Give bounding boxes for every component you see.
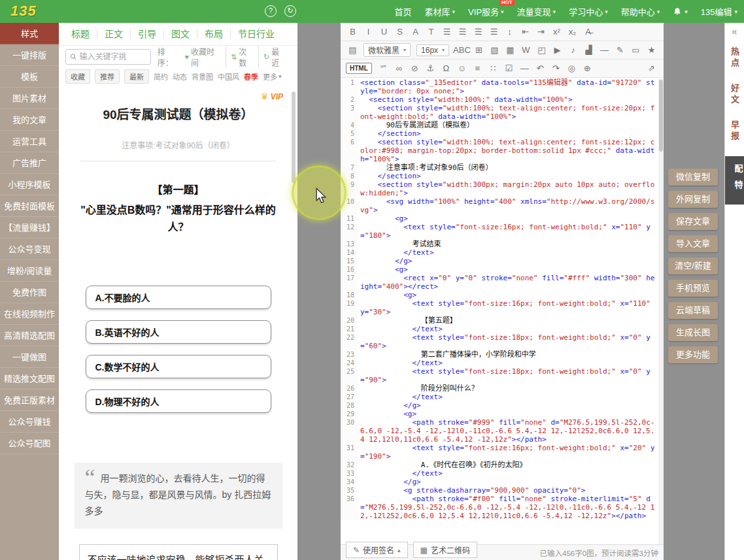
quiz-option[interactable]: B.英语不好的人 bbox=[86, 320, 271, 344]
clear-format-icon[interactable]: A̶ bbox=[581, 25, 595, 39]
link-icon[interactable]: ∞ bbox=[392, 62, 406, 75]
panel-scrollbar[interactable] bbox=[292, 91, 296, 183]
image-icon[interactable]: ▧ bbox=[488, 44, 501, 57]
sidebar-item[interactable]: 高清精选配图 bbox=[0, 325, 59, 346]
panel-tab[interactable]: 正文 bbox=[97, 29, 131, 39]
ordered-list-icon[interactable]: ≡ bbox=[471, 62, 484, 75]
panel-tab[interactable]: 图文 bbox=[164, 29, 197, 39]
search-box[interactable] bbox=[65, 49, 151, 65]
article-preview[interactable]: ♛ VIP 90后专属测试题（模拟卷） 注意事项:考试对象90后（闭卷） 【第一… bbox=[59, 86, 297, 560]
gallery-icon[interactable]: ▦ bbox=[503, 44, 517, 57]
code-line[interactable]: 11 <g> bbox=[341, 214, 664, 223]
dock-tab[interactable]: 好文 bbox=[728, 84, 741, 106]
pencil-icon[interactable]: ✎ bbox=[613, 44, 627, 57]
sidebar-item[interactable]: 免费正版素材 bbox=[0, 389, 59, 411]
strikethrough-icon[interactable]: S bbox=[393, 25, 407, 39]
notifications-button[interactable]: ▾ bbox=[673, 7, 688, 16]
quiz-option[interactable]: C.数学不好的人 bbox=[86, 355, 271, 378]
underline-icon[interactable]: U bbox=[377, 25, 391, 39]
italic-icon[interactable]: I bbox=[362, 25, 375, 39]
code-line[interactable]: 32 A.《时代在召唤》《初升的太阳》 bbox=[341, 461, 664, 469]
sidebar-item[interactable]: 增粉/阅读量 bbox=[0, 260, 59, 282]
strikethrough-text-icon[interactable]: ABC bbox=[453, 44, 470, 57]
action-button[interactable]: 更多功能 bbox=[668, 346, 718, 363]
scrollbar-thumb[interactable] bbox=[659, 80, 663, 152]
action-button[interactable]: 生成长图 bbox=[668, 324, 718, 341]
sidebar-item[interactable]: 在线视频制作 bbox=[0, 303, 59, 325]
nav-item[interactable]: 帮助中心 ▾ bbox=[621, 5, 660, 18]
line-height-icon[interactable]: ↕ bbox=[503, 25, 516, 39]
filter-tag[interactable]: 中国风 bbox=[218, 71, 239, 82]
refresh-icon[interactable]: ↻ bbox=[284, 5, 296, 17]
code-line[interactable]: 15 </g> bbox=[341, 257, 664, 265]
code-line[interactable]: 2 <section style="width:100%;" data-widt… bbox=[341, 95, 664, 104]
code-line[interactable]: 34 </g> bbox=[341, 478, 664, 486]
code-line[interactable]: 1<section class="_135editor" data-tools=… bbox=[341, 78, 664, 95]
audio-icon[interactable]: ♪ bbox=[566, 44, 580, 57]
filter-tag[interactable]: 背景图 bbox=[192, 71, 213, 82]
art-qrcode-button[interactable]: ▦ 艺术二维码 bbox=[413, 542, 477, 558]
code-line[interactable]: 3 <section style="width:100%; text-align… bbox=[341, 104, 664, 121]
subscript-icon[interactable]: x₂ bbox=[566, 25, 579, 39]
unlink-icon[interactable]: ⊘ bbox=[408, 62, 422, 75]
filter-tag[interactable]: 简约 bbox=[154, 71, 168, 82]
anchor-icon[interactable]: ⚓ bbox=[424, 62, 437, 75]
code-line[interactable]: 28 </g> bbox=[341, 401, 664, 410]
action-button[interactable]: 保存文章 bbox=[668, 213, 718, 230]
code-line[interactable]: 29 <g> bbox=[341, 410, 664, 418]
filter-chip[interactable]: 推荐 bbox=[95, 69, 120, 84]
dock-tab[interactable]: 配特 bbox=[725, 156, 744, 205]
code-line[interactable]: 26 阶段分别叫什么？ bbox=[341, 384, 664, 393]
sidebar-item[interactable]: 一键排版 bbox=[0, 44, 59, 66]
sidebar-item[interactable]: 精选推文配图 bbox=[0, 368, 59, 389]
logo-135[interactable]: 135 bbox=[10, 3, 37, 20]
new-page-icon[interactable]: ▤ bbox=[346, 44, 360, 57]
quiz-option[interactable]: D.物理不好的人 bbox=[86, 389, 271, 413]
code-line[interactable]: 7 注意事项:考试对象90后（闭卷） bbox=[341, 163, 664, 172]
dock-tab[interactable]: 热点 bbox=[728, 47, 741, 69]
sidebar-item[interactable]: 运营工具 bbox=[0, 131, 59, 152]
user-menu[interactable]: 135编辑 ▾ bbox=[701, 5, 737, 18]
panel-tab[interactable]: 引导 bbox=[131, 29, 164, 39]
sidebar-item[interactable]: 模板 bbox=[0, 66, 59, 88]
code-line[interactable]: 8 </section> bbox=[341, 172, 664, 180]
indent-decrease-icon[interactable]: ⇤ bbox=[518, 25, 532, 39]
sidebar-item[interactable]: 公众号赚钱 bbox=[0, 411, 59, 433]
undo-icon[interactable]: ↶ bbox=[533, 62, 547, 75]
search-input[interactable] bbox=[80, 52, 146, 61]
sidebar-item[interactable]: 公众号配图 bbox=[0, 433, 59, 454]
nav-item[interactable]: VIP服务 ▾ HOT bbox=[468, 5, 504, 18]
nav-item[interactable]: 首页 bbox=[395, 5, 412, 18]
editor-scrollbar[interactable] bbox=[658, 78, 664, 544]
code-line[interactable]: 20 【第五题】 bbox=[341, 316, 664, 325]
sidebar-item[interactable]: 我的文章 bbox=[0, 109, 59, 131]
code-line[interactable]: 14 </text> bbox=[341, 248, 664, 257]
html-source-button[interactable]: HTML bbox=[346, 63, 372, 74]
video-icon[interactable]: ▶ bbox=[550, 44, 564, 57]
panel-tab[interactable]: 标题 bbox=[64, 29, 97, 39]
sidebar-item[interactable]: 免费封面模板 bbox=[0, 195, 59, 217]
code-line[interactable]: 23 第二套广播体操中，小学阶段和中学 bbox=[341, 350, 664, 359]
code-line[interactable]: 12 <text style="font-size:16px; font-wei… bbox=[341, 223, 664, 240]
chart-icon[interactable]: ▟ bbox=[582, 44, 596, 57]
code-line[interactable]: 31 <text style="font-size:16px; font-wei… bbox=[341, 444, 664, 461]
code-line[interactable]: 33 </text> bbox=[341, 469, 664, 478]
code-line[interactable]: 17 <rect x="0" y="0" stroke="none" fill=… bbox=[341, 274, 664, 291]
action-button[interactable]: 导入文章 bbox=[668, 235, 718, 252]
filter-tag-spring[interactable]: 春季 bbox=[244, 71, 258, 82]
redo-icon[interactable]: ↷ bbox=[549, 62, 563, 75]
panel-tab[interactable]: 节日行业 bbox=[231, 29, 282, 39]
signature-button[interactable]: ✎ 使用签名 ▴ bbox=[346, 542, 408, 558]
search-replace-icon[interactable]: ◎ bbox=[565, 62, 579, 75]
filter-tag[interactable]: 动态 bbox=[173, 71, 187, 82]
sidebar-item[interactable]: 小程序模板 bbox=[0, 174, 59, 195]
more-filters-button[interactable]: 更多 ▾ bbox=[263, 71, 282, 82]
special-char-icon[interactable]: Ω bbox=[439, 62, 453, 75]
code-line[interactable]: 18 <g> bbox=[341, 291, 664, 299]
magic-icon[interactable]: ★ bbox=[645, 44, 658, 57]
code-line[interactable]: 9 <section style="width:300px; margin:20… bbox=[341, 180, 664, 197]
sort-option[interactable]: ♥ 收藏时间 bbox=[180, 46, 226, 68]
collapse-button[interactable]: « bbox=[725, 23, 744, 40]
code-editor[interactable]: 1<section class="_135editor" data-tools=… bbox=[341, 78, 664, 544]
nav-item[interactable]: 素材库 ▾ bbox=[425, 5, 456, 18]
